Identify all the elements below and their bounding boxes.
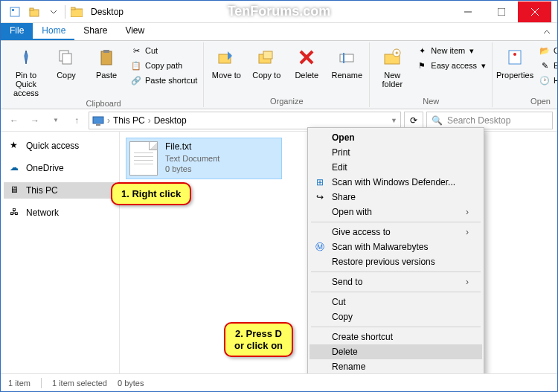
shield-icon: ⊞: [314, 176, 326, 188]
scissors-icon: ✂: [130, 45, 142, 57]
easy-access-button[interactable]: ⚑Easy access▾: [414, 59, 487, 72]
file-size: 0 bytes: [165, 164, 219, 174]
open-button[interactable]: 📂Open▾: [537, 44, 558, 57]
qat-dropdown-icon[interactable]: [45, 4, 62, 20]
title-bar: Desktop TenForums.com: [1, 1, 557, 23]
cm-restore[interactable]: Restore previous versions: [310, 254, 482, 269]
callout-1: 1. Right click: [111, 182, 191, 205]
nav-onedrive[interactable]: ☁OneDrive: [4, 160, 116, 176]
svg-rect-27: [96, 124, 100, 126]
svg-point-25: [513, 53, 516, 56]
pin-to-quick-access-button[interactable]: Pin to Quick access: [8, 44, 44, 99]
chevron-down-icon[interactable]: ▼: [391, 117, 397, 124]
nav-this-pc[interactable]: 🖥This PC: [4, 182, 116, 199]
back-button[interactable]: ←: [5, 112, 23, 129]
svg-rect-13: [103, 50, 109, 53]
window-title: Desktop: [91, 7, 124, 17]
svg-rect-5: [71, 7, 75, 10]
svg-rect-1: [12, 9, 14, 11]
navigation-pane: ★Quick access ☁OneDrive 🖥This PC 🖧Networ…: [1, 132, 120, 374]
cm-open-with[interactable]: Open with›: [310, 205, 482, 219]
qat-properties-icon[interactable]: [7, 4, 23, 20]
copy-path-button[interactable]: 📋Copy path: [129, 59, 199, 72]
tab-share[interactable]: Share: [74, 23, 116, 40]
cm-share[interactable]: ↪Share: [310, 190, 482, 205]
edit-icon: ✎: [539, 60, 551, 71]
cm-send-to[interactable]: Send to›: [310, 274, 482, 289]
ribbon: Pin to Quick access Copy Paste ✂Cut 📋Cop…: [1, 41, 557, 109]
pc-icon: 🖥: [10, 184, 22, 196]
chevron-right-icon: ›: [466, 207, 469, 217]
rename-button[interactable]: Rename: [329, 44, 365, 81]
malwarebytes-icon: Ⓜ: [314, 241, 326, 253]
svg-rect-24: [509, 51, 521, 64]
maximize-button[interactable]: [484, 1, 518, 22]
svg-text:✦: ✦: [394, 50, 400, 57]
search-input[interactable]: 🔍Search Desktop: [426, 112, 553, 129]
ribbon-collapse-icon[interactable]: [536, 23, 557, 40]
recent-dropdown[interactable]: ▼: [47, 112, 65, 129]
paste-shortcut-button[interactable]: 🔗Paste shortcut: [129, 74, 199, 87]
svg-rect-0: [10, 7, 19, 16]
tab-view[interactable]: View: [116, 23, 153, 40]
file-type: Text Document: [165, 153, 219, 164]
cm-edit[interactable]: Edit: [310, 160, 482, 175]
svg-rect-11: [62, 54, 71, 64]
nav-quick-access[interactable]: ★Quick access: [4, 138, 116, 154]
cm-rename[interactable]: Rename: [310, 359, 482, 374]
cm-defender[interactable]: ⊞Scan with Windows Defender...: [310, 175, 482, 190]
share-icon: ↪: [314, 191, 326, 203]
status-size: 0 bytes: [118, 379, 144, 388]
svg-rect-3: [30, 8, 33, 10]
close-button[interactable]: [518, 1, 551, 22]
copy-to-button[interactable]: Copy to: [248, 44, 284, 81]
cm-create-shortcut[interactable]: Create shortcut: [310, 330, 482, 344]
cm-print[interactable]: Print: [310, 145, 482, 160]
open-icon: 📂: [539, 45, 551, 57]
history-icon: 🕑: [539, 74, 551, 86]
cm-malwarebytes[interactable]: ⓂScan with Malwarebytes: [310, 240, 482, 254]
network-icon: 🖧: [10, 207, 22, 219]
cm-copy[interactable]: Copy: [310, 309, 482, 324]
svg-rect-4: [71, 9, 83, 17]
new-item-button[interactable]: ✦New item▾: [414, 44, 487, 57]
file-name: File.txt: [165, 141, 219, 153]
properties-icon: [503, 45, 527, 69]
pc-icon: [92, 115, 104, 126]
new-item-icon: ✦: [416, 45, 428, 57]
delete-button[interactable]: Delete: [289, 44, 324, 81]
cm-cut[interactable]: Cut: [310, 295, 482, 309]
easy-access-icon: ⚑: [416, 60, 428, 71]
cut-button[interactable]: ✂Cut: [129, 44, 199, 57]
cm-give-access[interactable]: Give access to›: [310, 225, 482, 240]
edit-button[interactable]: ✎Edit: [537, 59, 558, 72]
status-count: 1 item: [8, 379, 31, 388]
breadcrumb[interactable]: › This PC › Desktop ▼: [89, 112, 401, 129]
context-menu: Open Print Edit ⊞Scan with Windows Defen…: [307, 127, 484, 392]
file-item[interactable]: File.txt Text Document 0 bytes: [126, 138, 282, 179]
cm-delete[interactable]: Delete: [310, 344, 482, 359]
history-button[interactable]: 🕑History: [537, 74, 558, 87]
chevron-right-icon: ›: [466, 277, 469, 287]
copy-button[interactable]: Copy: [48, 44, 84, 81]
minimize-button[interactable]: [451, 1, 484, 22]
delete-x-icon: [295, 45, 318, 69]
svg-rect-26: [93, 117, 103, 123]
nav-network[interactable]: 🖧Network: [4, 205, 116, 221]
folder-icon: [68, 4, 85, 20]
properties-button[interactable]: Properties: [497, 44, 533, 81]
new-folder-button[interactable]: ✦New folder: [374, 44, 410, 90]
forward-button[interactable]: →: [26, 112, 44, 129]
move-to-button[interactable]: Move to: [208, 44, 244, 81]
callout-2: 2. Press Dor click on: [224, 322, 293, 357]
tab-home[interactable]: Home: [33, 23, 74, 40]
svg-rect-16: [263, 51, 272, 59]
paste-button[interactable]: Paste: [89, 44, 124, 81]
ribbon-tabs: File Home Share View: [1, 23, 557, 41]
tab-file[interactable]: File: [1, 23, 33, 40]
refresh-button[interactable]: ⟳: [404, 112, 423, 129]
up-button[interactable]: ↑: [68, 112, 86, 129]
qat-new-folder-icon[interactable]: [26, 4, 42, 20]
status-selected: 1 item selected: [52, 379, 107, 388]
cm-open[interactable]: Open: [310, 130, 482, 145]
